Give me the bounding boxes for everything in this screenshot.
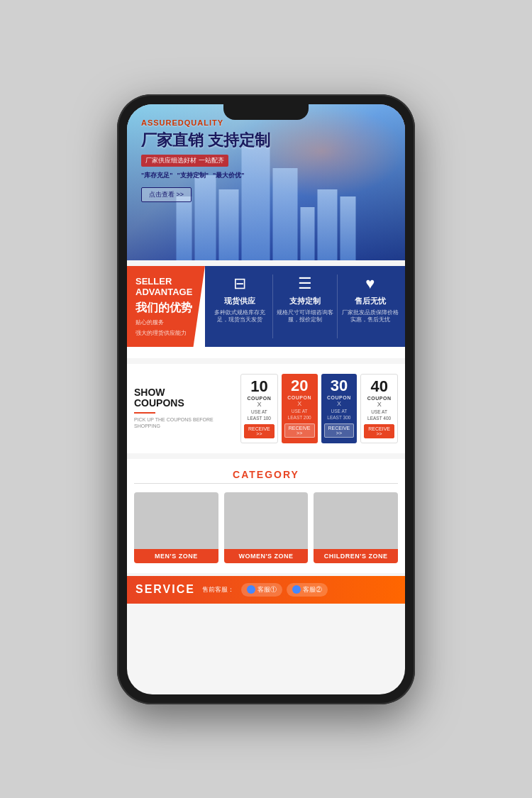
- service-cs-btn-0[interactable]: 客服①: [241, 583, 282, 597]
- advantage-desc2: 强大的理货供应能力: [135, 329, 196, 337]
- coupon-card-3[interactable]: 40 COUPON X USE AT LEAST 400 RECEIVE >>: [360, 374, 398, 443]
- coupon-amount-2: 30: [324, 378, 355, 394]
- coupon-x-0: X: [244, 401, 275, 408]
- coupon-tag-3: COUPON: [364, 396, 394, 401]
- category-img-0: [134, 492, 218, 549]
- advantage-section: SELLER ADVANTAGE 我们的优势 贴心的服务 强大的理货供应能力 ⊟…: [127, 266, 405, 359]
- adv-title-2: 售后无忧: [340, 296, 399, 306]
- coupon-cond-3: USE AT LEAST 400: [364, 409, 394, 421]
- advantage-desc1: 贴心的服务: [135, 318, 196, 326]
- coupon-title-line1: SHOW: [134, 387, 235, 398]
- cs-icon-1: [292, 585, 301, 594]
- cs-label-1: 客服②: [303, 585, 322, 594]
- coupon-tag-0: COUPON: [244, 396, 275, 401]
- hero-tag-2: "支持定制": [177, 171, 209, 180]
- phone-screen[interactable]: ASSUREDQUALITY 厂家直销 支持定制 厂家供应细选好材 一站配齐 "…: [127, 104, 405, 694]
- advantage-right: ⊟ 现货供应 多种款式规格库存充足，现货当天发货 ☰ 支持定制 规格尺寸可详细咨…: [205, 266, 405, 348]
- coupon-cond-0: USE AT LEAST 100: [244, 409, 275, 421]
- hero-subtitle-badge: 厂家供应细选好材 一站配齐: [141, 155, 228, 167]
- category-divider: [134, 483, 398, 484]
- coupon-cond-1: USE AT LEAST 200: [284, 409, 315, 421]
- adv-title-1: 支持定制: [276, 296, 335, 306]
- category-img-1: [224, 492, 309, 549]
- category-grid: MEN'S ZONE WOMEN'S ZONE CHILDREN'S ZONE: [134, 492, 398, 563]
- advantage-title-cn: 我们的优势: [135, 301, 196, 316]
- phone-notch: [223, 104, 309, 120]
- adv-icon-1: ☰: [276, 275, 335, 293]
- coupon-x-3: X: [364, 401, 394, 408]
- coupon-btn-3[interactable]: RECEIVE >>: [364, 424, 394, 438]
- service-cs-btns: 客服① 客服②: [241, 583, 328, 597]
- category-title: CATEGORY: [134, 469, 398, 480]
- coupon-btn-0[interactable]: RECEIVE >>: [244, 424, 275, 438]
- adv-item-2: ♥ 售后无忧 厂家批发品质保障价格实惠，售后无忧: [340, 275, 399, 324]
- coupon-amount-3: 40: [364, 379, 394, 394]
- category-name-0: MEN'S ZONE: [134, 549, 218, 563]
- advantage-title-en: SELLER ADVANTAGE: [135, 276, 196, 298]
- coupon-tag-1: COUPON: [284, 395, 315, 400]
- service-bar: SERVICE 售前客服： 客服① 客服②: [127, 576, 405, 604]
- service-cs-btn-1[interactable]: 客服②: [287, 583, 328, 597]
- category-section: CATEGORY MEN'S ZONE WOMEN'S ZONE CHILDRE…: [127, 459, 405, 573]
- adv-item-1: ☰ 支持定制 规格尺寸可详细咨询客服，报价定制: [276, 275, 335, 324]
- hero-title: 厂家直销 支持定制: [141, 130, 391, 151]
- phone-frame: ASSUREDQUALITY 厂家直销 支持定制 厂家供应细选好材 一站配齐 "…: [117, 94, 415, 704]
- hero-tag-3: "最大价优": [213, 171, 245, 180]
- coupon-btn-2[interactable]: RECEIVE >>: [324, 423, 355, 438]
- service-title: SERVICE: [135, 583, 195, 596]
- category-name-1: WOMEN'S ZONE: [224, 549, 309, 563]
- coupon-amount-0: 10: [244, 379, 275, 394]
- coupon-tag-2: COUPON: [324, 395, 355, 400]
- hero-btn[interactable]: 点击查看 >>: [141, 187, 192, 202]
- service-cs-label: 售前客服：: [202, 585, 234, 594]
- adv-desc-0: 多种款式规格库存充足，现货当天发货: [211, 309, 270, 324]
- advantage-left: SELLER ADVANTAGE 我们的优势 贴心的服务 强大的理货供应能力: [127, 266, 205, 348]
- coupon-x-2: X: [324, 400, 355, 407]
- coupon-amount-1: 20: [284, 378, 315, 394]
- adv-desc-2: 厂家批发品质保障价格实惠，售后无忧: [340, 309, 399, 324]
- adv-icon-2: ♥: [340, 275, 399, 293]
- coupon-underline: [134, 412, 155, 414]
- category-img-2: [314, 492, 398, 549]
- category-item-2[interactable]: CHILDREN'S ZONE: [314, 492, 398, 563]
- adv-icon-0: ⊟: [211, 275, 270, 293]
- hero-tag-1: "库存充足": [141, 171, 173, 180]
- coupons-list: 10 COUPON X USE AT LEAST 100 RECEIVE >> …: [240, 374, 398, 443]
- category-name-2: CHILDREN'S ZONE: [314, 549, 398, 563]
- coupon-x-1: X: [284, 400, 315, 407]
- adv-title-0: 现货供应: [211, 296, 270, 306]
- coupon-cond-2: USE AT LEAST 300: [324, 409, 355, 421]
- coupons-section: SHOW COUPONS PICK UP THE COUPONS BEFORE …: [127, 364, 405, 453]
- coupon-card-0[interactable]: 10 COUPON X USE AT LEAST 100 RECEIVE >>: [240, 374, 278, 443]
- category-item-1[interactable]: WOMEN'S ZONE: [224, 492, 309, 563]
- coupon-sub-label: PICK UP THE COUPONS BEFORE SHOPPING: [134, 416, 235, 431]
- hero-section: ASSUREDQUALITY 厂家直销 支持定制 厂家供应细选好材 一站配齐 "…: [127, 104, 405, 260]
- category-item-0[interactable]: MEN'S ZONE: [134, 492, 218, 563]
- coupon-card-1[interactable]: 20 COUPON X USE AT LEAST 200 RECEIVE >>: [282, 374, 318, 443]
- cs-icon-0: [247, 585, 255, 594]
- coupon-title-line2: COUPONS: [134, 398, 235, 409]
- cs-label-0: 客服①: [257, 585, 277, 594]
- adv-item-0: ⊟ 现货供应 多种款式规格库存充足，现货当天发货: [211, 275, 270, 324]
- coupon-btn-1[interactable]: RECEIVE >>: [284, 423, 315, 438]
- coupon-label-block: SHOW COUPONS PICK UP THE COUPONS BEFORE …: [134, 387, 235, 430]
- coupon-card-2[interactable]: 30 COUPON X USE AT LEAST 300 RECEIVE >>: [321, 374, 358, 443]
- adv-desc-1: 规格尺寸可详细咨询客服，报价定制: [276, 309, 335, 324]
